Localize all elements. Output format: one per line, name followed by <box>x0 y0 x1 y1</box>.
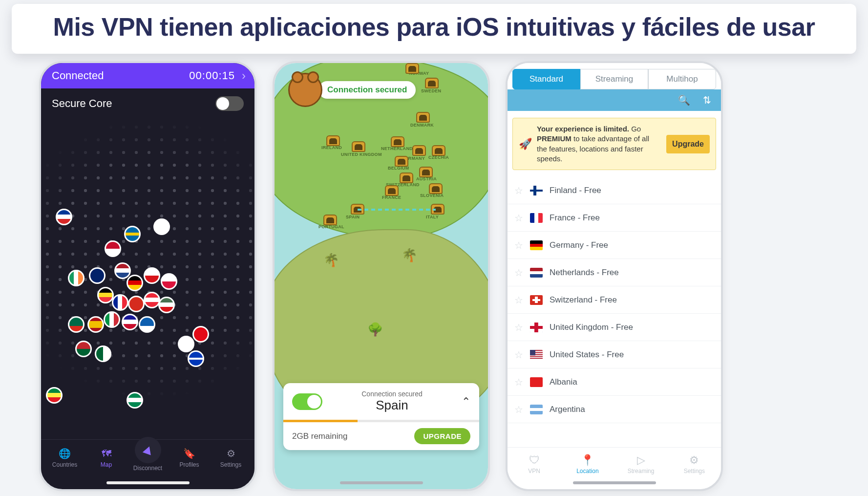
connection-path <box>275 63 489 356</box>
server-pin[interactable] <box>122 314 138 330</box>
server-pin[interactable] <box>104 311 120 328</box>
server-pin[interactable] <box>89 267 106 284</box>
country-row[interactable]: ☆Netherlands - Free <box>508 259 721 286</box>
server-pin[interactable] <box>127 392 143 409</box>
home-indicator <box>106 481 190 484</box>
server-pin[interactable] <box>97 287 114 303</box>
favorite-star-icon[interactable]: ☆ <box>514 212 523 224</box>
country-name: France - Free <box>550 213 600 223</box>
card-subtitle: Connection secured <box>330 390 454 398</box>
secure-core-row: Secure Core <box>41 88 254 119</box>
country-name: Switzerland - Free <box>550 295 617 305</box>
sort-icon[interactable]: ⇅ <box>703 94 711 106</box>
nav-countries[interactable]: 🌐 Countries <box>44 447 85 468</box>
bear-icon <box>288 73 322 107</box>
home-indicator <box>340 481 423 484</box>
server-pin[interactable] <box>87 316 104 333</box>
country-list[interactable]: ☆Finland - Free☆France - Free☆Germany - … <box>508 177 721 489</box>
chevron-up-icon[interactable]: ⌃ <box>462 395 470 408</box>
gear-icon: ⚙ <box>689 454 699 467</box>
server-pin[interactable] <box>139 316 155 333</box>
server-pin[interactable] <box>158 297 175 313</box>
country-row[interactable]: ☆Argentina <box>508 396 721 423</box>
bear-status: Connection secured <box>288 73 416 107</box>
favorite-star-icon[interactable]: ☆ <box>514 376 523 388</box>
nav-streaming[interactable]: ▷ Streaming <box>614 454 668 474</box>
server-pin[interactable] <box>161 273 177 290</box>
server-pin[interactable] <box>144 267 160 284</box>
secure-core-label: Secure Core <box>52 97 112 110</box>
country-row[interactable]: ☆France - Free <box>508 204 721 232</box>
server-pin[interactable] <box>153 218 170 235</box>
search-icon[interactable]: 🔍 <box>678 94 690 106</box>
rocket-icon: 🚀 <box>519 138 532 151</box>
connection-status-bar[interactable]: Connected 00:00:15 › <box>41 63 254 88</box>
premium-banner: 🚀 Your experience is limited. Go PREMIUM… <box>512 118 716 170</box>
chevron-right-icon: › <box>242 69 246 83</box>
disconnect-button[interactable] <box>135 437 161 463</box>
country-row[interactable]: ☆Switzerland - Free <box>508 286 721 314</box>
server-pin[interactable] <box>144 292 160 308</box>
server-pin[interactable] <box>114 262 131 279</box>
server-pin[interactable] <box>105 240 121 257</box>
tab-streaming[interactable]: Streaming <box>580 69 648 89</box>
play-circle-icon: ▷ <box>637 454 645 467</box>
server-pin[interactable] <box>127 275 143 291</box>
server-pin[interactable] <box>124 226 141 242</box>
vpn-toggle[interactable] <box>292 393 322 410</box>
phone-protonvpn: Connected 00:00:15 › Secure Core <box>39 61 256 491</box>
favorite-star-icon[interactable]: ☆ <box>514 267 523 279</box>
country-row[interactable]: ☆Finland - Free <box>508 177 721 204</box>
favorite-star-icon[interactable]: ☆ <box>514 349 523 361</box>
server-pin[interactable] <box>128 296 145 312</box>
server-type-tabs: Standard Streaming Multihop <box>508 63 721 89</box>
server-pin[interactable] <box>46 387 63 404</box>
country-name: Germany - Free <box>550 240 608 250</box>
country-row[interactable]: ☆Germany - Free <box>508 232 721 259</box>
nav-disconnect[interactable]: Disconnect <box>127 444 169 472</box>
country-name: Netherlands - Free <box>550 268 619 278</box>
nav-map[interactable]: 🗺 Map <box>85 447 127 468</box>
country-name: United States - Free <box>550 350 624 360</box>
server-pin[interactable] <box>188 350 204 367</box>
favorite-star-icon[interactable]: ☆ <box>514 185 523 196</box>
server-pin[interactable] <box>68 270 85 286</box>
connection-timer: 00:00:15 <box>189 69 235 82</box>
server-pin[interactable] <box>112 294 128 311</box>
tab-standard[interactable]: Standard <box>512 69 580 89</box>
nav-settings[interactable]: ⚙ Settings <box>668 454 721 474</box>
flag-icon <box>530 213 543 223</box>
favorite-star-icon[interactable]: ☆ <box>514 239 523 251</box>
nav-settings[interactable]: ⚙ Settings <box>210 447 252 468</box>
bottom-nav: 🌐 Countries 🗺 Map Disconnect 🔖 Profiles … <box>41 439 254 475</box>
gear-icon: ⚙ <box>225 447 237 460</box>
country-row[interactable]: ☆United States - Free <box>508 341 721 368</box>
upgrade-button[interactable]: Upgrade <box>666 135 710 153</box>
headline-banner: Mis VPN tienen aplicaciones para iOS int… <box>12 4 856 54</box>
country-row[interactable]: ☆United Kingdom - Free <box>508 314 721 341</box>
data-remaining: 2GB remaining <box>292 431 347 441</box>
server-pin[interactable] <box>68 316 85 333</box>
palm-icon: 🌴 <box>323 253 339 268</box>
nav-profiles[interactable]: 🔖 Profiles <box>169 447 210 468</box>
tab-multihop[interactable]: Multihop <box>648 69 716 89</box>
flag-icon <box>530 240 543 250</box>
server-pin[interactable] <box>178 336 194 352</box>
server-pin[interactable] <box>192 326 209 343</box>
bottom-nav: 🛡 VPN 📍 Location ▷ Streaming ⚙ Settings <box>508 447 721 480</box>
server-pin[interactable] <box>95 345 111 362</box>
upgrade-button[interactable]: UPGRADE <box>414 428 470 444</box>
favorite-star-icon[interactable]: ☆ <box>514 322 523 333</box>
palm-icon: 🌴 <box>402 248 417 263</box>
country-name: Argentina <box>550 405 585 414</box>
server-map[interactable] <box>41 121 254 449</box>
home-indicator <box>573 481 656 484</box>
country-row[interactable]: ☆Albania <box>508 368 721 396</box>
secure-core-toggle[interactable] <box>215 96 244 111</box>
favorite-star-icon[interactable]: ☆ <box>514 294 523 306</box>
favorite-star-icon[interactable]: ☆ <box>514 404 523 415</box>
nav-vpn[interactable]: 🛡 VPN <box>508 454 561 474</box>
server-pin[interactable] <box>56 209 72 225</box>
nav-location[interactable]: 📍 Location <box>561 454 614 474</box>
server-pin[interactable] <box>75 341 92 357</box>
